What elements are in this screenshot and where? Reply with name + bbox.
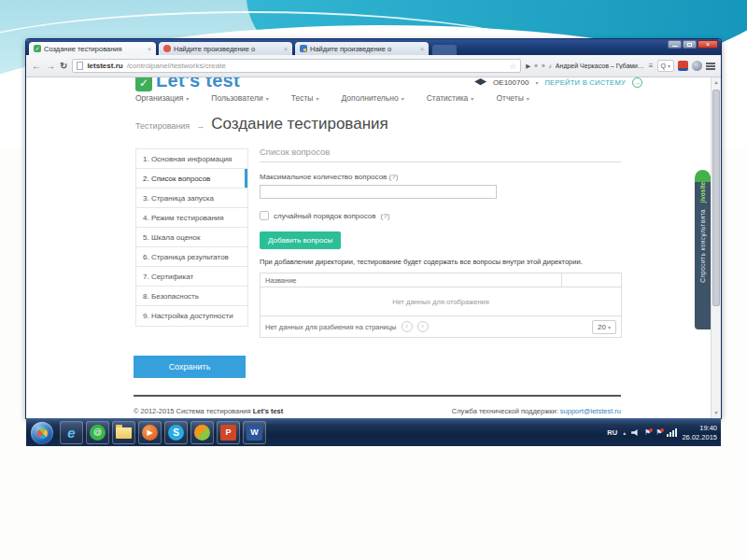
maximize-button[interactable] bbox=[683, 40, 697, 49]
tab-close-icon[interactable]: × bbox=[148, 46, 151, 52]
back-icon[interactable]: ← bbox=[32, 62, 41, 71]
fast-forward-icon[interactable]: » bbox=[542, 63, 545, 69]
chevron-down-icon: ▾ bbox=[402, 95, 404, 102]
taskbar-icon-skype[interactable]: S bbox=[164, 421, 188, 444]
taskbar-clock[interactable]: 19:40 26.02.2015 bbox=[682, 424, 717, 441]
nav-reports[interactable]: Отчеты▾ bbox=[496, 93, 529, 103]
tab-favicon bbox=[163, 45, 171, 52]
network-signal-icon[interactable] bbox=[667, 428, 677, 437]
player-more-icon[interactable]: ≡ bbox=[649, 62, 654, 70]
player-track-title: Андрей Черкасов – Губами по тег bbox=[556, 63, 645, 69]
chrome-menu-icon[interactable] bbox=[706, 63, 715, 70]
sidebar-item-accessibility[interactable]: 9. Настройка доступности bbox=[136, 306, 247, 326]
volume-icon[interactable]: ♪ bbox=[549, 63, 552, 69]
taskbar-icon-media-player[interactable]: ▶ bbox=[138, 421, 162, 444]
volume-icon[interactable] bbox=[631, 429, 640, 436]
start-button[interactable] bbox=[31, 422, 53, 444]
pagination-next-button[interactable]: › bbox=[417, 321, 429, 332]
url-path: /controlpanel/testworks/create bbox=[127, 62, 226, 70]
pagination-prev-button[interactable]: ‹ bbox=[402, 321, 413, 332]
brand-name: Let's test bbox=[253, 407, 284, 415]
random-order-checkbox[interactable] bbox=[260, 211, 269, 220]
sidebar-item-certificate[interactable]: 7. Сертификат bbox=[136, 267, 247, 287]
language-indicator[interactable]: RU bbox=[607, 428, 617, 437]
play-icon[interactable]: ▶ bbox=[526, 63, 530, 70]
nav-tests[interactable]: Тесты▾ bbox=[291, 93, 319, 103]
breadcrumb-link[interactable]: Тестирования bbox=[135, 121, 190, 131]
table-empty-message: Нет данных для отображения bbox=[261, 287, 621, 316]
user-id-dropdown[interactable]: ОЕ100700 bbox=[493, 78, 529, 87]
sidebar-item-results-page[interactable]: 6. Страница результатов bbox=[136, 247, 247, 267]
extension-icon-red[interactable] bbox=[678, 61, 688, 71]
taskbar-icon-explorer[interactable] bbox=[112, 421, 135, 444]
help-icon[interactable]: (?) bbox=[381, 212, 390, 220]
sidebar-item-basic-info[interactable]: 1. Основная информация bbox=[136, 149, 247, 169]
play-icon: ▶ bbox=[142, 425, 158, 441]
go-to-system-link[interactable]: ПЕРЕЙТИ В СИСТЕМУ bbox=[544, 78, 626, 87]
taskbar-icons: e @ ▶ S P W bbox=[60, 421, 266, 444]
minimize-button[interactable] bbox=[668, 40, 682, 49]
help-icon[interactable]: (?) bbox=[389, 173, 399, 181]
table-header-row: Название bbox=[261, 273, 621, 287]
page-size-select[interactable]: 20 ▾ bbox=[592, 320, 616, 334]
site-logo[interactable]: ✓ Let's test bbox=[135, 77, 240, 91]
reload-icon[interactable]: ↻ bbox=[60, 62, 67, 71]
page-footer: © 2012-2015 Система тестирования Let's t… bbox=[134, 395, 621, 415]
new-tab-button[interactable] bbox=[432, 45, 457, 55]
support-email-link[interactable]: support@letstest.ru bbox=[560, 407, 621, 415]
powerpoint-icon: P bbox=[220, 425, 236, 441]
chevron-down-icon: ▾ bbox=[186, 95, 189, 102]
window-controls: × bbox=[668, 40, 718, 49]
taskbar-icon-internet-explorer[interactable]: e bbox=[60, 421, 83, 444]
tab-find-work-2[interactable]: Найдите произведение о × bbox=[295, 42, 429, 55]
close-button[interactable]: × bbox=[698, 40, 718, 49]
sidebar-item-grading-scale[interactable]: 5. Шкала оценок bbox=[136, 228, 247, 247]
scrollbar-down-arrow[interactable]: ▼ bbox=[712, 408, 721, 418]
tab-close-icon[interactable]: × bbox=[420, 46, 424, 52]
nav-additional[interactable]: Дополнительно▾ bbox=[342, 93, 404, 103]
sidebar-item-security[interactable]: 8. Безопасность bbox=[136, 287, 247, 306]
account-area: ОЕ100700 ▾ ПЕРЕЙТИ В СИСТЕМУ → bbox=[428, 77, 642, 88]
notification-flag-icon[interactable]: ⚑ bbox=[655, 429, 662, 437]
chat-widget-tab[interactable]: jivosite Спросить консультанта bbox=[695, 176, 711, 329]
sidebar-item-question-list[interactable]: 2. Список вопросов bbox=[136, 169, 247, 189]
rewind-icon[interactable]: « bbox=[534, 63, 538, 69]
tab-find-work-1[interactable]: Найдите произведение о × bbox=[159, 42, 292, 55]
breadcrumb: Тестирования → Создание тестирования bbox=[135, 115, 388, 133]
page-scrollbar[interactable]: ▲ ▼ bbox=[711, 77, 721, 418]
forward-icon[interactable]: → bbox=[46, 62, 55, 71]
lens-icon bbox=[194, 425, 210, 441]
address-bar[interactable]: letstest.ru /controlpanel/testworks/crea… bbox=[72, 59, 521, 73]
sidebar-item-launch-page[interactable]: 3. Страница запуска bbox=[136, 189, 247, 208]
max-questions-input[interactable] bbox=[260, 185, 497, 199]
tab-create-testing[interactable]: ✓ Создание тестирования × bbox=[29, 42, 156, 55]
main-content: Список вопросов Максимальное количество … bbox=[260, 147, 622, 338]
tab-close-icon[interactable]: × bbox=[284, 46, 288, 52]
taskbar-icon-screenshot-tool[interactable] bbox=[190, 421, 214, 444]
scrollbar-thumb[interactable] bbox=[712, 90, 720, 306]
action-center-flag-icon[interactable]: ⚑ bbox=[644, 429, 651, 437]
taskbar-icon-mail-agent[interactable]: @ bbox=[86, 421, 109, 444]
extension-icon-round[interactable] bbox=[692, 61, 702, 71]
browser-window: ✓ Создание тестирования × Найдите произв… bbox=[26, 39, 721, 418]
section-title: Список вопросов bbox=[260, 147, 622, 162]
taskbar-icon-word[interactable]: W bbox=[243, 421, 266, 444]
taskbar-icon-powerpoint[interactable]: P bbox=[217, 421, 240, 444]
page-icon bbox=[77, 62, 83, 70]
add-questions-button[interactable]: Добавить вопросы bbox=[260, 231, 341, 249]
nav-users[interactable]: Пользователи▾ bbox=[211, 93, 269, 103]
hidden-icons-arrow[interactable]: ▲ bbox=[622, 430, 627, 436]
search-extension[interactable]: Q ▾ bbox=[657, 60, 674, 72]
nav-organization[interactable]: Организация▾ bbox=[135, 93, 189, 103]
ie-icon: e bbox=[67, 426, 75, 440]
system-tray: RU ▲ ⚑ ⚑ 19:40 26.02.2015 bbox=[607, 419, 717, 446]
tab-title: Найдите произведение о bbox=[310, 45, 417, 53]
sidebar-item-testing-mode[interactable]: 4. Режим тестирования bbox=[136, 208, 247, 228]
bookmark-star-icon[interactable]: ☆ bbox=[509, 62, 516, 71]
save-button[interactable]: Сохранить bbox=[134, 356, 246, 378]
chevron-down-icon: ▾ bbox=[535, 79, 538, 86]
go-arrow-icon[interactable]: → bbox=[632, 77, 642, 88]
column-header-actions bbox=[561, 273, 621, 287]
scrollbar-up-arrow[interactable]: ▲ bbox=[712, 77, 721, 88]
nav-statistics[interactable]: Статистика▾ bbox=[427, 93, 474, 103]
